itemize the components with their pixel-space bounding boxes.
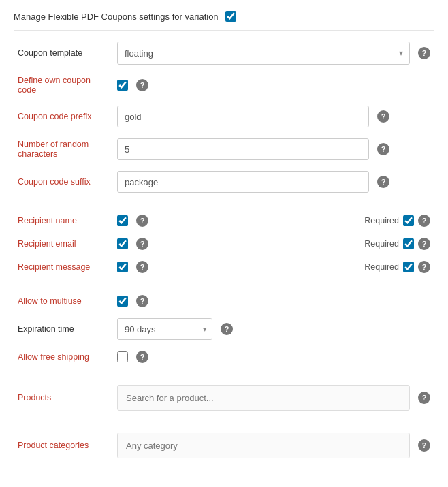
product-categories-label: Product categories (14, 427, 113, 464)
recipient-name-required-help-icon[interactable]: ? (418, 215, 430, 227)
coupon-template-row: Coupon template floating classic modern … (14, 36, 434, 70)
products-row: Products ? (14, 379, 434, 416)
allow-free-shipping-help-icon[interactable]: ? (136, 351, 148, 363)
coupon-prefix-input[interactable] (117, 106, 369, 127)
recipient-message-required-checkbox[interactable] (403, 262, 414, 272)
recipient-email-required-help-icon[interactable]: ? (418, 238, 430, 250)
recipient-name-control: ? Required ? (113, 209, 434, 232)
product-categories-help-icon[interactable]: ? (418, 439, 430, 452)
random-chars-input[interactable] (117, 138, 369, 160)
allow-free-shipping-row: Allow free shipping ? (14, 345, 434, 368)
products-control: ? (113, 379, 434, 416)
products-search-input[interactable] (117, 385, 410, 411)
allow-free-shipping-control: ? (113, 345, 434, 368)
settings-form: Coupon template floating classic modern … (14, 36, 434, 464)
random-chars-control: ? (113, 133, 434, 166)
recipient-message-checkbox[interactable] (117, 262, 128, 272)
coupon-template-label: Coupon template (14, 36, 113, 70)
random-chars-label: Number of random characters (14, 133, 113, 166)
coupon-prefix-help-icon[interactable]: ? (377, 110, 389, 123)
define-coupon-control: ? (113, 70, 434, 100)
coupon-template-help-icon[interactable]: ? (418, 47, 430, 59)
recipient-email-control: ? Required ? (113, 232, 434, 255)
manage-settings-row: Manage Flexible PDF Coupons settings for… (14, 11, 434, 31)
random-chars-help-icon[interactable]: ? (377, 143, 389, 155)
expiration-time-control: 30 days 60 days 90 days 1 year Never ▾ ? (113, 313, 434, 345)
allow-multiuse-control: ? (113, 289, 434, 313)
allow-multiuse-checkbox[interactable] (117, 296, 128, 307)
coupon-suffix-input[interactable] (117, 171, 369, 193)
recipient-email-checkbox[interactable] (117, 238, 128, 249)
allow-free-shipping-checkbox[interactable] (117, 351, 128, 362)
recipient-email-label: Recipient email (14, 232, 113, 255)
coupon-suffix-label: Coupon code suffix (14, 166, 113, 198)
coupon-template-select-wrapper: floating classic modern ▾ (117, 42, 410, 65)
product-categories-control: ? (113, 427, 434, 464)
define-coupon-label: Define own coupon code (14, 70, 113, 100)
expiration-time-row: Expiration time 30 days 60 days 90 days … (14, 313, 434, 345)
recipient-email-row: Recipient email ? Required ? (14, 232, 434, 255)
allow-multiuse-help-icon[interactable]: ? (136, 295, 148, 307)
coupon-suffix-row: Coupon code suffix ? (14, 166, 434, 198)
coupon-template-control: floating classic modern ▾ ? (113, 36, 434, 70)
expiration-time-select[interactable]: 30 days 60 days 90 days 1 year Never (117, 318, 212, 340)
coupon-prefix-row: Coupon code prefix ? (14, 100, 434, 133)
recipient-message-label: Recipient message (14, 255, 113, 279)
recipient-message-required-help-icon[interactable]: ? (418, 261, 430, 273)
recipient-name-label: Recipient name (14, 209, 113, 232)
allow-free-shipping-label: Allow free shipping (14, 345, 113, 368)
coupon-suffix-help-icon[interactable]: ? (377, 176, 389, 188)
recipient-email-required-checkbox[interactable] (403, 238, 414, 249)
recipient-message-row: Recipient message ? Required ? (14, 255, 434, 279)
random-chars-row: Number of random characters ? (14, 133, 434, 166)
define-coupon-checkbox[interactable] (117, 80, 128, 91)
recipient-message-help-icon[interactable]: ? (136, 261, 148, 273)
expiry-select-wrapper: 30 days 60 days 90 days 1 year Never ▾ (117, 318, 212, 340)
product-categories-input[interactable] (117, 433, 410, 458)
products-help-icon[interactable]: ? (418, 392, 430, 404)
recipient-name-required-label: Required (364, 216, 399, 225)
recipient-name-required-checkbox[interactable] (403, 215, 414, 226)
recipient-message-required-label: Required (364, 262, 399, 272)
allow-multiuse-row: Allow to multiuse ? (14, 289, 434, 313)
coupon-template-select[interactable]: floating classic modern (117, 42, 410, 65)
product-categories-row: Product categories ? (14, 427, 434, 464)
recipient-name-row: Recipient name ? Required ? (14, 209, 434, 232)
define-coupon-help-icon[interactable]: ? (136, 79, 148, 91)
coupon-suffix-control: ? (113, 166, 434, 198)
recipient-message-control: ? Required ? (113, 255, 434, 279)
manage-settings-checkbox[interactable] (225, 11, 236, 22)
recipient-name-help-icon[interactable]: ? (136, 215, 148, 227)
coupon-prefix-label: Coupon code prefix (14, 100, 113, 133)
recipient-email-required-label: Required (364, 239, 399, 249)
expiration-time-help-icon[interactable]: ? (221, 323, 233, 335)
define-coupon-row: Define own coupon code ? (14, 70, 434, 100)
products-label: Products (14, 379, 113, 416)
expiration-time-label: Expiration time (14, 313, 113, 345)
coupon-prefix-control: ? (113, 100, 434, 133)
allow-multiuse-label: Allow to multiuse (14, 289, 113, 313)
recipient-name-checkbox[interactable] (117, 215, 128, 226)
manage-settings-label: Manage Flexible PDF Coupons settings for… (14, 12, 219, 22)
recipient-email-help-icon[interactable]: ? (136, 238, 148, 250)
